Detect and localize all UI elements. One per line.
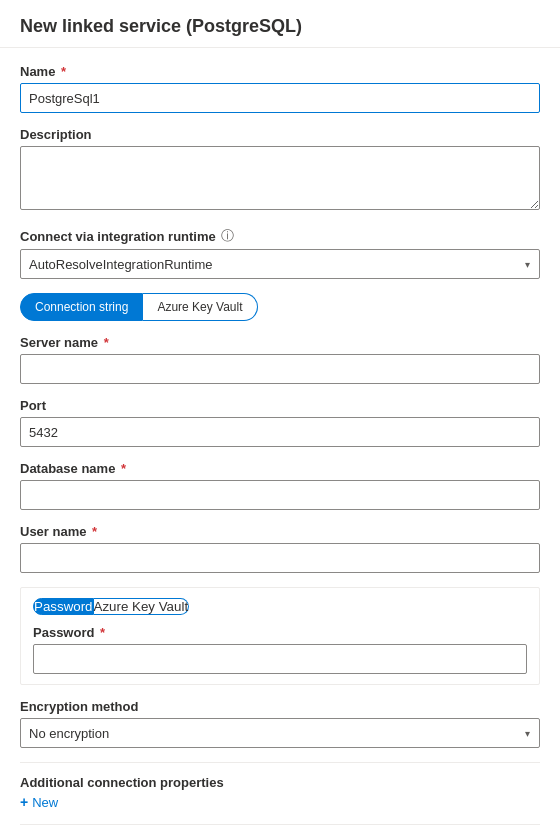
runtime-select-wrapper: AutoResolveIntegrationRuntime ▾: [20, 249, 540, 279]
user-name-label: User name *: [20, 524, 540, 539]
server-required: *: [100, 335, 109, 350]
database-name-input[interactable]: [20, 480, 540, 510]
description-label: Description: [20, 127, 540, 142]
database-name-field-group: Database name *: [20, 461, 540, 510]
runtime-field-group: Connect via integration runtime ⓘ AutoRe…: [20, 227, 540, 279]
password-input[interactable]: [33, 644, 527, 674]
password-field-group: Password *: [33, 625, 527, 674]
divider-1: [20, 762, 540, 763]
name-required: *: [57, 64, 66, 79]
description-field-group: Description: [20, 127, 540, 213]
connection-string-toggle-btn[interactable]: Connection string: [20, 293, 143, 321]
description-input[interactable]: [20, 146, 540, 210]
encryption-select[interactable]: No encryption SSL TLS: [20, 718, 540, 748]
dialog-title: New linked service (PostgreSQL): [20, 16, 540, 37]
connection-toggle-group: Connection string Azure Key Vault: [20, 293, 540, 321]
port-label: Port: [20, 398, 540, 413]
form-content: Name * Description Connect via integrati…: [0, 48, 560, 834]
user-name-input[interactable]: [20, 543, 540, 573]
runtime-label: Connect via integration runtime: [20, 229, 216, 244]
port-field-group: Port: [20, 398, 540, 447]
runtime-info-icon[interactable]: ⓘ: [221, 227, 234, 245]
name-input[interactable]: [20, 83, 540, 113]
name-label: Name *: [20, 64, 540, 79]
encryption-select-wrapper: No encryption SSL TLS ▾: [20, 718, 540, 748]
password-toggle-btn[interactable]: Password: [33, 598, 94, 615]
divider-2: [20, 824, 540, 825]
db-required: *: [117, 461, 126, 476]
azure-key-vault-password-toggle-btn[interactable]: Azure Key Vault: [94, 598, 190, 615]
password-toggle-group: Password Azure Key Vault: [33, 598, 527, 615]
name-field-group: Name *: [20, 64, 540, 113]
add-additional-prop-button[interactable]: + New: [20, 794, 58, 810]
server-name-label: Server name *: [20, 335, 540, 350]
port-input[interactable]: [20, 417, 540, 447]
add-additional-plus-icon: +: [20, 794, 28, 810]
password-section: Password Azure Key Vault Password *: [20, 587, 540, 685]
server-name-field-group: Server name *: [20, 335, 540, 384]
additional-props-group: Additional connection properties + New: [20, 775, 540, 810]
runtime-label-row: Connect via integration runtime ⓘ: [20, 227, 540, 245]
runtime-select[interactable]: AutoResolveIntegrationRuntime: [20, 249, 540, 279]
encryption-label: Encryption method: [20, 699, 540, 714]
server-name-input[interactable]: [20, 354, 540, 384]
password-label: Password *: [33, 625, 527, 640]
encryption-field-group: Encryption method No encryption SSL TLS …: [20, 699, 540, 748]
azure-key-vault-connection-toggle-btn[interactable]: Azure Key Vault: [143, 293, 257, 321]
page-container: New linked service (PostgreSQL) Name * D…: [0, 0, 560, 834]
user-name-field-group: User name *: [20, 524, 540, 573]
database-name-label: Database name *: [20, 461, 540, 476]
dialog-header: New linked service (PostgreSQL): [0, 0, 560, 48]
password-required: *: [96, 625, 105, 640]
user-required: *: [88, 524, 97, 539]
additional-props-label: Additional connection properties: [20, 775, 540, 790]
